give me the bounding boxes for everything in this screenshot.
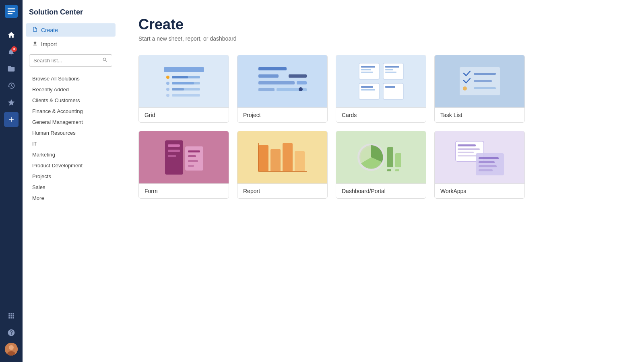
sidebar: Solution Center Create Import Browse All… — [23, 0, 119, 362]
svg-rect-51 — [258, 145, 268, 171]
svg-rect-64 — [458, 148, 480, 150]
card-project[interactable]: Project — [237, 55, 328, 123]
notifications-icon[interactable]: 3 — [4, 45, 19, 59]
notification-badge: 3 — [11, 46, 17, 52]
svg-rect-65 — [458, 152, 474, 153]
sidebar-import-label: Import — [41, 41, 57, 47]
sidebar-item-finance[interactable]: Finance & Accounting — [23, 106, 119, 117]
card-label-report: Report — [237, 183, 327, 198]
svg-point-23 — [299, 87, 303, 91]
svg-rect-35 — [383, 83, 403, 99]
sidebar-item-it[interactable]: IT — [23, 138, 119, 149]
svg-point-2 — [9, 345, 14, 350]
search-box — [29, 54, 112, 67]
card-image-tasklist — [435, 55, 524, 107]
svg-rect-41 — [474, 87, 496, 89]
svg-rect-17 — [258, 74, 279, 78]
svg-point-8 — [166, 82, 169, 85]
svg-rect-67 — [476, 153, 504, 175]
sidebar-item-browse[interactable]: Browse All Solutions — [23, 73, 119, 84]
svg-rect-18 — [258, 81, 295, 84]
svg-rect-70 — [479, 165, 497, 167]
search-icon[interactable] — [102, 57, 108, 64]
sidebar-create-label: Create — [41, 27, 58, 33]
svg-rect-52 — [270, 149, 281, 171]
import-icon — [32, 41, 38, 47]
search-container — [23, 51, 119, 73]
svg-rect-20 — [289, 74, 307, 78]
svg-rect-10 — [172, 82, 194, 84]
history-icon[interactable] — [4, 78, 19, 93]
sidebar-item-general[interactable]: General Management — [23, 117, 119, 128]
home-icon[interactable] — [4, 28, 19, 42]
card-label-project: Project — [237, 107, 327, 122]
user-avatar[interactable] — [5, 343, 18, 356]
page-title: Create — [138, 16, 625, 33]
app-logo[interactable] — [5, 5, 18, 19]
svg-rect-63 — [458, 144, 476, 146]
card-image-grid — [139, 55, 229, 107]
sidebar-item-marketing[interactable]: Marketing — [23, 149, 119, 160]
folder-icon[interactable] — [4, 62, 19, 76]
svg-rect-48 — [188, 155, 196, 157]
svg-rect-34 — [361, 89, 375, 90]
svg-rect-43 — [168, 144, 180, 147]
svg-point-40 — [463, 86, 467, 90]
svg-rect-38 — [474, 73, 496, 75]
card-tasklist[interactable]: Task List — [434, 55, 525, 123]
card-workapps[interactable]: WorkApps — [434, 131, 525, 199]
svg-rect-27 — [361, 72, 373, 73]
svg-rect-50 — [188, 165, 194, 167]
card-report[interactable]: Report — [237, 131, 328, 199]
card-dashboard[interactable]: Dashboard/Portal — [336, 131, 426, 199]
svg-rect-13 — [172, 88, 184, 90]
sidebar-item-sales[interactable]: Sales — [23, 182, 119, 193]
favorites-icon[interactable] — [4, 95, 19, 110]
svg-rect-58 — [387, 147, 393, 167]
apps-icon[interactable] — [4, 309, 19, 323]
categories-list: Browse All SolutionsRecently AddedClient… — [23, 73, 119, 204]
card-image-project — [237, 55, 327, 107]
svg-rect-29 — [385, 66, 399, 68]
svg-rect-33 — [361, 86, 373, 88]
svg-rect-60 — [387, 169, 391, 171]
svg-rect-28 — [383, 63, 403, 79]
help-icon[interactable] — [4, 325, 19, 340]
card-form[interactable]: Form — [138, 131, 229, 199]
svg-rect-19 — [258, 88, 275, 91]
card-grid[interactable]: Grid — [138, 55, 229, 123]
sidebar-item-import[interactable]: Import — [26, 37, 116, 51]
svg-rect-54 — [295, 151, 305, 171]
svg-point-5 — [166, 76, 169, 79]
main-content: Create Start a new sheet, report, or das… — [119, 0, 644, 362]
card-label-dashboard: Dashboard/Portal — [336, 183, 426, 198]
sidebar-item-clients[interactable]: Clients & Customers — [23, 95, 119, 106]
svg-rect-66 — [458, 155, 478, 156]
svg-rect-24 — [359, 63, 379, 79]
svg-rect-16 — [258, 67, 287, 70]
svg-rect-15 — [172, 94, 200, 97]
card-label-form: Form — [139, 183, 229, 198]
card-cards[interactable]: Cards — [336, 55, 426, 123]
svg-rect-4 — [164, 67, 204, 72]
sidebar-item-create[interactable]: Create — [26, 23, 116, 37]
svg-rect-61 — [395, 169, 399, 171]
svg-rect-39 — [474, 80, 492, 82]
sidebar-item-recently-added[interactable]: Recently Added — [23, 84, 119, 95]
svg-rect-53 — [283, 143, 293, 171]
add-icon[interactable] — [4, 112, 19, 127]
card-image-workapps — [435, 131, 524, 183]
svg-rect-47 — [188, 150, 200, 152]
sidebar-item-more[interactable]: More — [23, 193, 119, 204]
svg-rect-49 — [188, 160, 198, 162]
svg-rect-25 — [361, 66, 375, 68]
page-subtitle: Start a new sheet, report, or dashboard — [138, 35, 625, 42]
sidebar-item-projects[interactable]: Projects — [23, 171, 119, 182]
svg-rect-59 — [395, 153, 401, 167]
sidebar-item-hr[interactable]: Human Resources — [23, 128, 119, 138]
search-input[interactable] — [33, 58, 102, 64]
svg-rect-69 — [479, 161, 495, 163]
sidebar-item-product[interactable]: Product Development — [23, 160, 119, 171]
nav-bar: 3 — [0, 0, 23, 362]
card-label-grid: Grid — [139, 107, 229, 122]
